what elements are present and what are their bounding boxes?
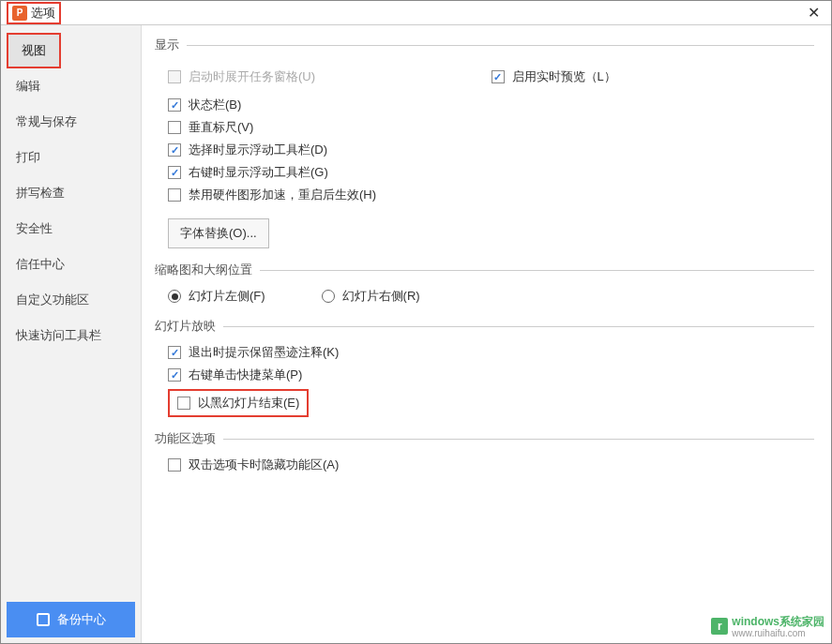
label-slide-left: 幻灯片左侧(F) bbox=[189, 288, 265, 305]
watermark-icon: r bbox=[711, 618, 728, 635]
divider bbox=[223, 326, 814, 327]
section-thumb-title: 缩略图和大纲位置 bbox=[155, 262, 252, 278]
sidebar-item-quick-access[interactable]: 快速访问工具栏 bbox=[1, 318, 141, 353]
content-panel: 显示 启动时展开任务窗格(U) 启用实时预览（L） bbox=[142, 25, 831, 643]
checkbox-vertical-ruler[interactable] bbox=[168, 121, 181, 134]
divider bbox=[223, 439, 814, 440]
sidebar-item-trust[interactable]: 信任中心 bbox=[1, 247, 141, 282]
label-end-black: 以黑幻灯片结束(E) bbox=[198, 395, 299, 412]
checkbox-live-preview[interactable] bbox=[492, 70, 505, 83]
checkbox-right-menu[interactable] bbox=[168, 368, 181, 382]
sidebar-item-print[interactable]: 打印 bbox=[1, 140, 141, 175]
checkbox-status-bar[interactable] bbox=[168, 98, 181, 112]
label-slide-right: 幻灯片右侧(R) bbox=[342, 288, 420, 305]
section-display-header: 显示 bbox=[155, 37, 814, 53]
section-thumb-header: 缩略图和大纲位置 bbox=[155, 262, 814, 278]
divider bbox=[187, 45, 814, 46]
label-dbl-hide: 双击选项卡时隐藏功能区(A) bbox=[189, 457, 339, 473]
checkbox-select-float[interactable] bbox=[168, 143, 181, 157]
section-ribbon-title: 功能区选项 bbox=[155, 430, 216, 447]
sidebar-highlight: 视图 bbox=[7, 33, 61, 68]
watermark: r windows系统家园 www.ruihaifu.com bbox=[711, 614, 824, 638]
sidebar-item-general-save[interactable]: 常规与保存 bbox=[1, 104, 141, 140]
font-substitution-button[interactable]: 字体替换(O)... bbox=[168, 218, 269, 248]
backup-center-button[interactable]: 备份中心 bbox=[7, 602, 135, 637]
label-right-float: 右键时显示浮动工具栏(G) bbox=[189, 164, 328, 181]
watermark-brand: windows系统家园 bbox=[732, 615, 824, 628]
sidebar-item-view[interactable]: 视图 bbox=[8, 35, 59, 67]
label-live-preview: 启用实时预览（L） bbox=[512, 68, 616, 85]
watermark-url: www.ruihaifu.com bbox=[732, 628, 824, 638]
label-select-float: 选择时显示浮动工具栏(D) bbox=[189, 142, 327, 158]
checkbox-startup-pane bbox=[168, 70, 181, 83]
backup-icon bbox=[37, 613, 50, 626]
dialog-body: 视图 编辑 常规与保存 打印 拼写检查 安全性 信任中心 自定义功能区 快速访问… bbox=[1, 25, 831, 643]
title-highlight: P 选项 bbox=[7, 2, 61, 24]
checkbox-disable-hw[interactable] bbox=[168, 188, 181, 202]
checkbox-dbl-hide[interactable] bbox=[168, 458, 181, 472]
radio-slide-left[interactable] bbox=[168, 290, 181, 303]
sidebar-item-customize-ribbon[interactable]: 自定义功能区 bbox=[1, 282, 141, 318]
section-thumb: 缩略图和大纲位置 幻灯片左侧(F) 幻灯片右侧(R) bbox=[155, 262, 814, 305]
checkbox-end-black[interactable] bbox=[177, 397, 190, 410]
label-status-bar: 状态栏(B) bbox=[189, 97, 241, 113]
titlebar: P 选项 ✕ bbox=[1, 1, 831, 25]
close-icon[interactable]: ✕ bbox=[802, 4, 825, 22]
backup-label: 备份中心 bbox=[57, 611, 106, 628]
divider bbox=[260, 270, 814, 271]
section-slideshow: 幻灯片放映 退出时提示保留墨迹注释(K) 右键单击快捷菜单(P) bbox=[155, 318, 814, 417]
section-display: 显示 启动时展开任务窗格(U) 启用实时预览（L） bbox=[155, 37, 814, 248]
sidebar: 视图 编辑 常规与保存 打印 拼写检查 安全性 信任中心 自定义功能区 快速访问… bbox=[1, 25, 142, 643]
options-dialog: P 选项 ✕ 视图 编辑 常规与保存 打印 拼写检查 安全性 信任中心 自定义功… bbox=[0, 0, 832, 644]
label-ink-prompt: 退出时提示保留墨迹注释(K) bbox=[189, 344, 339, 361]
checkbox-ink-prompt[interactable] bbox=[168, 346, 181, 359]
label-disable-hw: 禁用硬件图形加速，重启后生效(H) bbox=[189, 187, 376, 203]
end-black-highlight: 以黑幻灯片结束(E) bbox=[168, 389, 309, 417]
app-icon: P bbox=[12, 6, 27, 21]
sidebar-nav: 视图 编辑 常规与保存 打印 拼写检查 安全性 信任中心 自定义功能区 快速访问… bbox=[1, 25, 141, 596]
label-startup-pane: 启动时展开任务窗格(U) bbox=[189, 68, 315, 85]
section-slideshow-title: 幻灯片放映 bbox=[155, 318, 216, 335]
section-slideshow-header: 幻灯片放映 bbox=[155, 318, 814, 335]
sidebar-item-security[interactable]: 安全性 bbox=[1, 211, 141, 247]
section-ribbon: 功能区选项 双击选项卡时隐藏功能区(A) bbox=[155, 430, 814, 473]
sidebar-item-spellcheck[interactable]: 拼写检查 bbox=[1, 175, 141, 211]
checkbox-right-float[interactable] bbox=[168, 166, 181, 179]
section-ribbon-header: 功能区选项 bbox=[155, 430, 814, 447]
section-display-title: 显示 bbox=[155, 37, 179, 53]
radio-slide-right[interactable] bbox=[322, 290, 335, 303]
label-right-menu: 右键单击快捷菜单(P) bbox=[189, 367, 302, 383]
sidebar-item-edit[interactable]: 编辑 bbox=[1, 68, 141, 104]
window-title: 选项 bbox=[31, 5, 55, 22]
label-vertical-ruler: 垂直标尺(V) bbox=[189, 119, 253, 136]
